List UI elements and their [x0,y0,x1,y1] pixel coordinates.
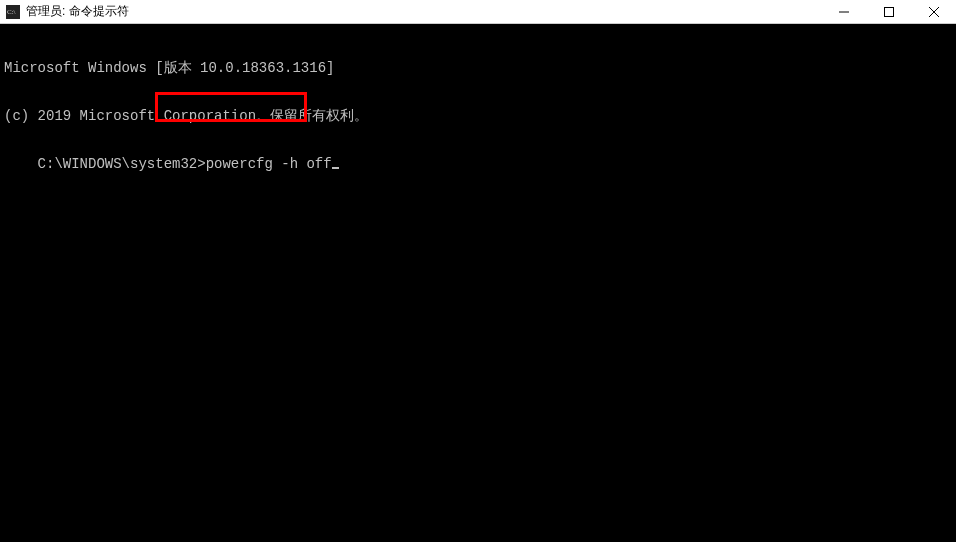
cursor [332,167,339,169]
svg-text:C:\: C:\ [7,8,16,16]
version-line: Microsoft Windows [版本 10.0.18363.1316] [4,60,952,76]
maximize-button[interactable] [866,0,911,24]
command-text: powercfg -h off [206,156,332,172]
minimize-button[interactable] [821,0,866,24]
cmd-icon: C:\ [6,5,20,19]
bottom-strip [0,542,956,551]
svg-rect-3 [884,8,893,17]
terminal-area[interactable]: Microsoft Windows [版本 10.0.18363.1316] (… [0,24,956,542]
cmd-window: C:\ 管理员: 命令提示符 Microsoft Windows [版本 10.… [0,0,956,551]
close-button[interactable] [911,0,956,24]
titlebar[interactable]: C:\ 管理员: 命令提示符 [0,0,956,24]
window-title: 管理员: 命令提示符 [26,3,821,20]
window-controls [821,0,956,23]
prompt-text: C:\WINDOWS\system32> [38,156,206,172]
prompt-line: C:\WINDOWS\system32>powercfg -h off [38,156,339,172]
copyright-line: (c) 2019 Microsoft Corporation。保留所有权利。 [4,108,952,124]
